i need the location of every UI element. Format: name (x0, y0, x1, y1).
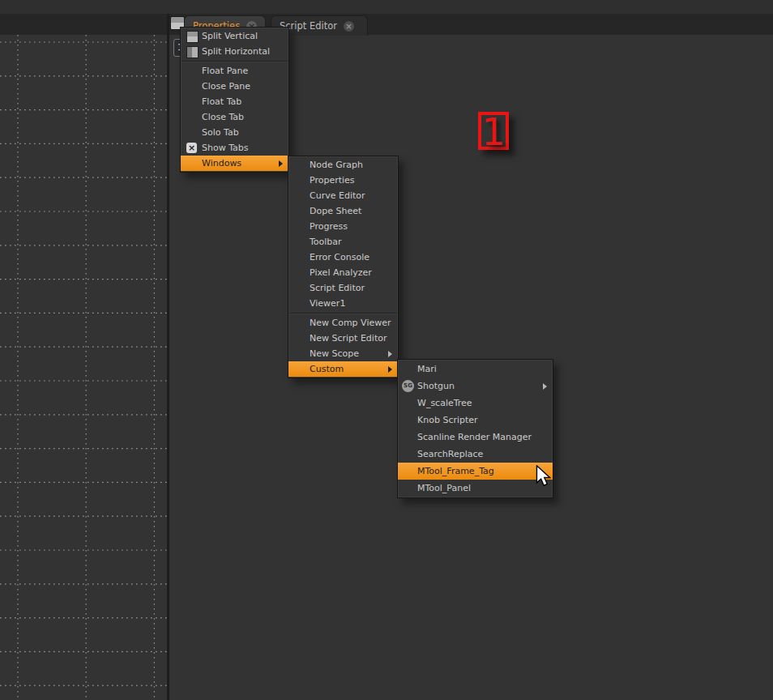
node-graph-pane[interactable] (0, 35, 167, 700)
menu-item-close-pane[interactable]: Close Pane (181, 79, 288, 94)
menu-item-error-console[interactable]: Error Console (288, 250, 398, 265)
menu-item-dope-sheet[interactable]: Dope Sheet (288, 203, 398, 219)
menu-item-scanline-render-manager[interactable]: Scanline Render Manager (398, 429, 553, 446)
menu-item-searchreplace[interactable]: SearchReplace (398, 446, 553, 463)
menu-item-curve-editor[interactable]: Curve Editor (288, 188, 398, 203)
custom-submenu: Mari SG Shotgun W_scaleTree Knob Scripte… (397, 359, 553, 498)
menu-item-node-graph[interactable]: Node Graph (288, 157, 398, 173)
menu-item-pixel-analyzer[interactable]: Pixel Analyzer (288, 265, 398, 280)
menu-item-toolbar[interactable]: Toolbar (288, 234, 398, 250)
mouse-cursor-icon (536, 465, 553, 489)
menu-item-custom[interactable]: Custom (288, 361, 398, 377)
node-graph-grid (0, 35, 167, 700)
tab-bar (0, 14, 773, 35)
submenu-arrow-icon (388, 351, 392, 357)
submenu-arrow-icon (279, 160, 283, 167)
menu-item-split-horizontal[interactable]: Split Horizontal (181, 44, 288, 59)
shotgun-icon: SG (402, 380, 414, 392)
menu-item-properties[interactable]: Properties (288, 173, 398, 188)
menu-item-new-comp-viewer[interactable]: New Comp Viewer (288, 315, 398, 331)
split-horizontal-icon (186, 46, 199, 58)
menu-item-windows[interactable]: Windows (181, 156, 288, 171)
menu-item-new-script-editor[interactable]: New Script Editor (288, 331, 398, 346)
annotation-marker-1: 1 (478, 112, 509, 150)
split-vertical-icon (186, 31, 199, 43)
submenu-arrow-icon (388, 366, 392, 373)
menu-item-float-pane[interactable]: Float Pane (181, 63, 288, 79)
menu-item-mtool-panel[interactable]: MTool_Panel (398, 480, 553, 497)
menu-item-knob-scripter[interactable]: Knob Scripter (398, 412, 553, 429)
menu-item-script-editor[interactable]: Script Editor (288, 280, 398, 296)
menu-item-mtool-frame-tag[interactable]: MTool_Frame_Tag (398, 463, 553, 480)
menu-item-progress[interactable]: Progress (288, 219, 398, 234)
menu-item-close-tab[interactable]: Close Tab (181, 109, 288, 125)
menu-item-mari[interactable]: Mari (398, 361, 553, 378)
menu-item-viewer1[interactable]: Viewer1 (288, 296, 398, 311)
menu-item-solo-tab[interactable]: Solo Tab (181, 125, 288, 140)
windows-submenu: Node Graph Properties Curve Editor Dope … (288, 156, 399, 378)
nuke-window: Properties × Script Editor × 1 Split Ver… (0, 0, 773, 700)
menu-item-show-tabs[interactable]: × Show Tabs (181, 140, 288, 156)
pane-menu: Split Vertical Split Horizontal Float Pa… (180, 27, 289, 173)
window-top-strip (0, 0, 773, 14)
close-icon[interactable]: × (344, 21, 354, 32)
menu-item-float-tab[interactable]: Float Tab (181, 94, 288, 109)
checked-x-icon: × (186, 143, 197, 153)
pane-divider[interactable] (167, 14, 169, 700)
menu-item-w-scaletree[interactable]: W_scaleTree (398, 395, 553, 412)
submenu-arrow-icon (543, 383, 547, 390)
menu-item-split-vertical[interactable]: Split Vertical (181, 28, 288, 44)
menu-item-new-scope[interactable]: New Scope (288, 346, 398, 361)
menu-item-shotgun[interactable]: SG Shotgun (398, 378, 553, 395)
